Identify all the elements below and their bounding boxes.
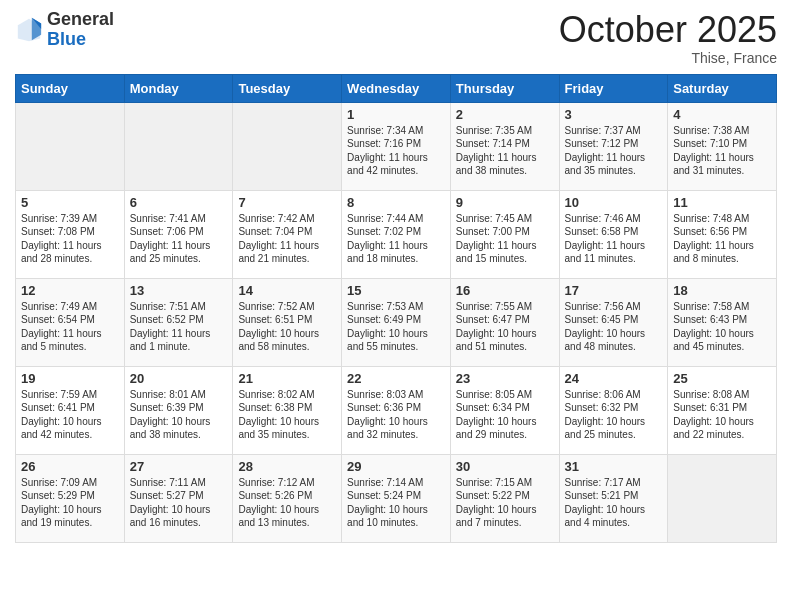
day-number: 13 [130,283,228,298]
day-number: 17 [565,283,663,298]
calendar-cell: 30 Sunrise: 7:15 AMSunset: 5:22 PMDaylig… [450,454,559,542]
cell-info: Sunrise: 7:45 AMSunset: 7:00 PMDaylight:… [456,213,537,265]
day-number: 8 [347,195,445,210]
day-number: 12 [21,283,119,298]
calendar-cell: 19 Sunrise: 7:59 AMSunset: 6:41 PMDaylig… [16,366,125,454]
calendar-cell: 27 Sunrise: 7:11 AMSunset: 5:27 PMDaylig… [124,454,233,542]
calendar-cell: 13 Sunrise: 7:51 AMSunset: 6:52 PMDaylig… [124,278,233,366]
calendar-cell: 11 Sunrise: 7:48 AMSunset: 6:56 PMDaylig… [668,190,777,278]
day-number: 10 [565,195,663,210]
calendar-header-monday: Monday [124,74,233,102]
calendar-cell: 7 Sunrise: 7:42 AMSunset: 7:04 PMDayligh… [233,190,342,278]
calendar-week-1: 1 Sunrise: 7:34 AMSunset: 7:16 PMDayligh… [16,102,777,190]
day-number: 5 [21,195,119,210]
calendar-cell: 8 Sunrise: 7:44 AMSunset: 7:02 PMDayligh… [342,190,451,278]
calendar-cell: 1 Sunrise: 7:34 AMSunset: 7:16 PMDayligh… [342,102,451,190]
calendar-cell: 4 Sunrise: 7:38 AMSunset: 7:10 PMDayligh… [668,102,777,190]
day-number: 2 [456,107,554,122]
day-number: 9 [456,195,554,210]
calendar-header-thursday: Thursday [450,74,559,102]
calendar-week-4: 19 Sunrise: 7:59 AMSunset: 6:41 PMDaylig… [16,366,777,454]
calendar-cell [124,102,233,190]
calendar-table: SundayMondayTuesdayWednesdayThursdayFrid… [15,74,777,543]
calendar-cell [16,102,125,190]
calendar-week-2: 5 Sunrise: 7:39 AMSunset: 7:08 PMDayligh… [16,190,777,278]
calendar-cell: 12 Sunrise: 7:49 AMSunset: 6:54 PMDaylig… [16,278,125,366]
calendar-header-tuesday: Tuesday [233,74,342,102]
day-number: 7 [238,195,336,210]
day-number: 3 [565,107,663,122]
calendar-cell: 22 Sunrise: 8:03 AMSunset: 6:36 PMDaylig… [342,366,451,454]
logo-blue: Blue [47,29,86,49]
cell-info: Sunrise: 7:52 AMSunset: 6:51 PMDaylight:… [238,301,319,353]
day-number: 25 [673,371,771,386]
cell-info: Sunrise: 7:44 AMSunset: 7:02 PMDaylight:… [347,213,428,265]
calendar-cell [233,102,342,190]
calendar-cell: 26 Sunrise: 7:09 AMSunset: 5:29 PMDaylig… [16,454,125,542]
cell-info: Sunrise: 7:38 AMSunset: 7:10 PMDaylight:… [673,125,754,177]
cell-info: Sunrise: 7:48 AMSunset: 6:56 PMDaylight:… [673,213,754,265]
calendar-cell: 15 Sunrise: 7:53 AMSunset: 6:49 PMDaylig… [342,278,451,366]
calendar-cell: 21 Sunrise: 8:02 AMSunset: 6:38 PMDaylig… [233,366,342,454]
day-number: 16 [456,283,554,298]
calendar-cell: 31 Sunrise: 7:17 AMSunset: 5:21 PMDaylig… [559,454,668,542]
day-number: 29 [347,459,445,474]
cell-info: Sunrise: 7:15 AMSunset: 5:22 PMDaylight:… [456,477,537,529]
cell-info: Sunrise: 8:02 AMSunset: 6:38 PMDaylight:… [238,389,319,441]
calendar-cell: 25 Sunrise: 8:08 AMSunset: 6:31 PMDaylig… [668,366,777,454]
calendar-cell: 16 Sunrise: 7:55 AMSunset: 6:47 PMDaylig… [450,278,559,366]
cell-info: Sunrise: 8:06 AMSunset: 6:32 PMDaylight:… [565,389,646,441]
calendar-cell: 28 Sunrise: 7:12 AMSunset: 5:26 PMDaylig… [233,454,342,542]
cell-info: Sunrise: 7:34 AMSunset: 7:16 PMDaylight:… [347,125,428,177]
day-number: 1 [347,107,445,122]
calendar-week-5: 26 Sunrise: 7:09 AMSunset: 5:29 PMDaylig… [16,454,777,542]
calendar-cell: 18 Sunrise: 7:58 AMSunset: 6:43 PMDaylig… [668,278,777,366]
cell-info: Sunrise: 7:55 AMSunset: 6:47 PMDaylight:… [456,301,537,353]
day-number: 26 [21,459,119,474]
day-number: 24 [565,371,663,386]
cell-info: Sunrise: 8:08 AMSunset: 6:31 PMDaylight:… [673,389,754,441]
cell-info: Sunrise: 7:51 AMSunset: 6:52 PMDaylight:… [130,301,211,353]
cell-info: Sunrise: 8:01 AMSunset: 6:39 PMDaylight:… [130,389,211,441]
calendar-cell: 20 Sunrise: 8:01 AMSunset: 6:39 PMDaylig… [124,366,233,454]
calendar-header-sunday: Sunday [16,74,125,102]
day-number: 27 [130,459,228,474]
calendar-cell: 3 Sunrise: 7:37 AMSunset: 7:12 PMDayligh… [559,102,668,190]
cell-info: Sunrise: 7:59 AMSunset: 6:41 PMDaylight:… [21,389,102,441]
calendar-header-saturday: Saturday [668,74,777,102]
day-number: 21 [238,371,336,386]
cell-info: Sunrise: 7:39 AMSunset: 7:08 PMDaylight:… [21,213,102,265]
day-number: 14 [238,283,336,298]
cell-info: Sunrise: 7:14 AMSunset: 5:24 PMDaylight:… [347,477,428,529]
day-number: 4 [673,107,771,122]
cell-info: Sunrise: 7:53 AMSunset: 6:49 PMDaylight:… [347,301,428,353]
cell-info: Sunrise: 7:35 AMSunset: 7:14 PMDaylight:… [456,125,537,177]
month-title: October 2025 [559,10,777,50]
cell-info: Sunrise: 7:46 AMSunset: 6:58 PMDaylight:… [565,213,646,265]
cell-info: Sunrise: 7:12 AMSunset: 5:26 PMDaylight:… [238,477,319,529]
cell-info: Sunrise: 7:58 AMSunset: 6:43 PMDaylight:… [673,301,754,353]
day-number: 11 [673,195,771,210]
cell-info: Sunrise: 7:11 AMSunset: 5:27 PMDaylight:… [130,477,211,529]
calendar-cell: 6 Sunrise: 7:41 AMSunset: 7:06 PMDayligh… [124,190,233,278]
cell-info: Sunrise: 7:37 AMSunset: 7:12 PMDaylight:… [565,125,646,177]
day-number: 22 [347,371,445,386]
calendar-cell: 17 Sunrise: 7:56 AMSunset: 6:45 PMDaylig… [559,278,668,366]
cell-info: Sunrise: 7:09 AMSunset: 5:29 PMDaylight:… [21,477,102,529]
calendar-cell: 2 Sunrise: 7:35 AMSunset: 7:14 PMDayligh… [450,102,559,190]
day-number: 28 [238,459,336,474]
day-number: 6 [130,195,228,210]
page-header: General Blue October 2025 Thise, France [15,10,777,66]
cell-info: Sunrise: 7:49 AMSunset: 6:54 PMDaylight:… [21,301,102,353]
location: Thise, France [559,50,777,66]
cell-info: Sunrise: 8:03 AMSunset: 6:36 PMDaylight:… [347,389,428,441]
calendar-header-row: SundayMondayTuesdayWednesdayThursdayFrid… [16,74,777,102]
calendar-cell: 23 Sunrise: 8:05 AMSunset: 6:34 PMDaylig… [450,366,559,454]
calendar-header-friday: Friday [559,74,668,102]
cell-info: Sunrise: 7:17 AMSunset: 5:21 PMDaylight:… [565,477,646,529]
day-number: 15 [347,283,445,298]
day-number: 18 [673,283,771,298]
logo-general: General [47,9,114,29]
calendar-cell: 5 Sunrise: 7:39 AMSunset: 7:08 PMDayligh… [16,190,125,278]
calendar-cell: 29 Sunrise: 7:14 AMSunset: 5:24 PMDaylig… [342,454,451,542]
